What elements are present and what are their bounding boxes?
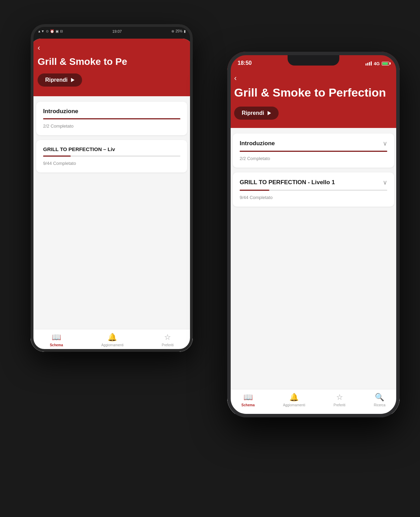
android-tab-schema-icon: 📖 — [52, 333, 61, 342]
iphone-section-header-0: Introduzione ∨ — [240, 140, 387, 147]
iphone-header: ‹ Grill & Smoke to Perfection Riprendi — [227, 69, 400, 128]
android-progress-fill-1 — [43, 156, 71, 157]
iphone-chevron-1: ∨ — [383, 179, 387, 186]
iphone-chevron-0: ∨ — [383, 140, 387, 147]
iphone-network-label: 4G — [374, 61, 380, 66]
android-section-card-0[interactable]: Introduzione 2/2 Completato — [36, 102, 187, 135]
iphone-resume-button[interactable]: Riprendi — [234, 107, 279, 120]
android-tab-schema[interactable]: 📖 Schema — [50, 333, 63, 347]
android-content-area: Introduzione 2/2 Completato GRILL TO PER… — [31, 96, 193, 329]
android-extra-icon: ⊟ — [60, 29, 63, 33]
iphone-progress-bar-1 — [240, 190, 387, 191]
iphone-section-card-0[interactable]: Introduzione ∨ 2/2 Completato — [233, 133, 394, 168]
iphone-tab-preferiti-label: Preferiti — [333, 403, 345, 407]
iphone-tab-ricerca-icon: 🔍 — [375, 393, 384, 402]
android-section-card-1[interactable]: GRILL TO PERFECTION – Liv 9/44 Completat… — [36, 140, 187, 172]
android-section-header-1: GRILL TO PERFECTION – Liv — [43, 146, 180, 152]
iphone-tab-ricerca-label: Ricerca — [374, 403, 386, 407]
android-progress-fill-0 — [43, 118, 180, 119]
iphone-play-icon — [268, 111, 271, 115]
iphone-progress-bar-0 — [240, 151, 387, 152]
iphone-progress-text-0: 2/2 Completato — [240, 156, 270, 161]
android-tab-schema-label: Schema — [50, 343, 63, 347]
iphone-tab-ricerca[interactable]: 🔍 Ricerca — [374, 393, 386, 407]
android-status-bar: ▲▼ ⊙ ⏰ ▣ ⊟ 19:07 ⊛ 25% ▮ — [31, 24, 193, 39]
android-section-header-0: Introduzione — [43, 108, 180, 115]
svg-rect-2 — [369, 62, 370, 66]
android-tab-aggiornamenti[interactable]: 🔔 Aggiornamenti — [101, 333, 123, 347]
iphone-section-title-0: Introduzione — [240, 140, 275, 147]
iphone-app-title: Grill & Smoke to Perfection — [234, 86, 393, 99]
svg-rect-1 — [367, 63, 368, 66]
iphone-section-header-1: GRILL TO PERFECTION - Livello 1 ∨ — [240, 179, 387, 186]
android-bt-icon: ⊛ — [171, 29, 174, 33]
iphone-tab-preferiti-icon: ☆ — [336, 393, 343, 402]
iphone: 18:50 4G ‹ Grill & Smoke to Perfection — [227, 52, 400, 417]
iphone-screen: ‹ Grill & Smoke to Perfection Riprendi I… — [227, 69, 400, 414]
android-tab-aggiornamenti-label: Aggiornamenti — [101, 343, 123, 347]
android-resume-button[interactable]: Riprendi — [38, 73, 82, 87]
android-battery-text: 25% — [176, 29, 182, 33]
android-section-title-1: GRILL TO PERFECTION – Liv — [43, 146, 115, 152]
android-tab-preferiti-label: Preferiti — [162, 343, 173, 347]
android-camera-icon: ▣ — [56, 29, 59, 33]
iphone-progress-text-1: 9/44 Completato — [240, 195, 272, 200]
android-resume-label: Riprendi — [45, 77, 68, 83]
iphone-tab-preferiti[interactable]: ☆ Preferiti — [333, 393, 345, 407]
android-alarm-icon: ⏰ — [50, 29, 54, 33]
android-battery-icon: ▮ — [184, 29, 186, 33]
android-status-right: ⊛ 25% ▮ — [171, 29, 186, 33]
android-tab-aggiornamenti-icon: 🔔 — [108, 333, 117, 342]
android-tab-bar: 📖 Schema 🔔 Aggiornamenti ☆ Preferiti — [31, 329, 193, 352]
iphone-status-icons: 4G — [366, 61, 389, 66]
iphone-section-card-1[interactable]: GRILL TO PERFECTION - Livello 1 ∨ 9/44 C… — [233, 172, 394, 207]
iphone-tab-schema[interactable]: 📖 Schema — [241, 393, 254, 407]
iphone-content-area: Introduzione ∨ 2/2 Completato GRILL TO P… — [227, 128, 400, 389]
iphone-back-button[interactable]: ‹ — [234, 74, 393, 83]
scene: ▲▼ ⊙ ⏰ ▣ ⊟ 19:07 ⊛ 25% ▮ ‹ Grill & Smoke… — [20, 17, 400, 500]
iphone-notch — [288, 55, 339, 66]
svg-rect-0 — [366, 63, 367, 66]
android-tab-preferiti-icon: ☆ — [164, 333, 171, 342]
iphone-resume-label: Riprendi — [242, 110, 264, 116]
iphone-battery-fill — [382, 62, 388, 65]
android-section-title-0: Introduzione — [43, 108, 78, 115]
android-status-left: ▲▼ ⊙ ⏰ ▣ ⊟ — [38, 29, 63, 33]
android-screen: ‹ Grill & Smoke to Pe Riprendi Introduzi… — [31, 39, 193, 352]
android-progress-bar-0 — [43, 118, 180, 119]
iphone-section-title-1: GRILL TO PERFECTION - Livello 1 — [240, 179, 335, 186]
iphone-time: 18:50 — [238, 60, 252, 66]
iphone-tab-schema-label: Schema — [241, 403, 254, 407]
svg-rect-3 — [371, 61, 372, 66]
iphone-tab-schema-icon: 📖 — [243, 393, 253, 402]
android-wifi-icon: ⊙ — [46, 29, 49, 33]
iphone-signal-icon — [366, 61, 372, 66]
android-progress-text-0: 2/2 Completato — [43, 123, 73, 129]
iphone-tab-aggiornamenti-icon: 🔔 — [289, 393, 299, 402]
android-signal-icon: ▲▼ — [38, 29, 44, 33]
iphone-tab-aggiornamenti[interactable]: 🔔 Aggiornamenti — [283, 393, 305, 407]
iphone-progress-fill-0 — [240, 151, 387, 152]
android-progress-bar-1 — [43, 156, 180, 157]
android-header: ‹ Grill & Smoke to Pe Riprendi — [31, 39, 193, 97]
android-progress-text-1: 9/44 Completato — [43, 161, 76, 166]
iphone-tab-aggiornamenti-label: Aggiornamenti — [283, 403, 305, 407]
android-time: 19:07 — [112, 29, 122, 33]
android-tab-preferiti[interactable]: ☆ Preferiti — [162, 333, 173, 347]
iphone-battery-icon — [382, 62, 389, 66]
android-status-center: 19:07 — [112, 29, 122, 33]
android-phone: ▲▼ ⊙ ⏰ ▣ ⊟ 19:07 ⊛ 25% ▮ ‹ Grill & Smoke… — [31, 24, 193, 352]
iphone-tab-bar: 📖 Schema 🔔 Aggiornamenti ☆ Preferiti 🔍 R… — [227, 389, 400, 414]
android-play-icon — [71, 78, 74, 82]
android-app-title: Grill & Smoke to Pe — [38, 56, 186, 68]
android-back-button[interactable]: ‹ — [38, 43, 186, 52]
iphone-progress-fill-1 — [240, 190, 269, 191]
